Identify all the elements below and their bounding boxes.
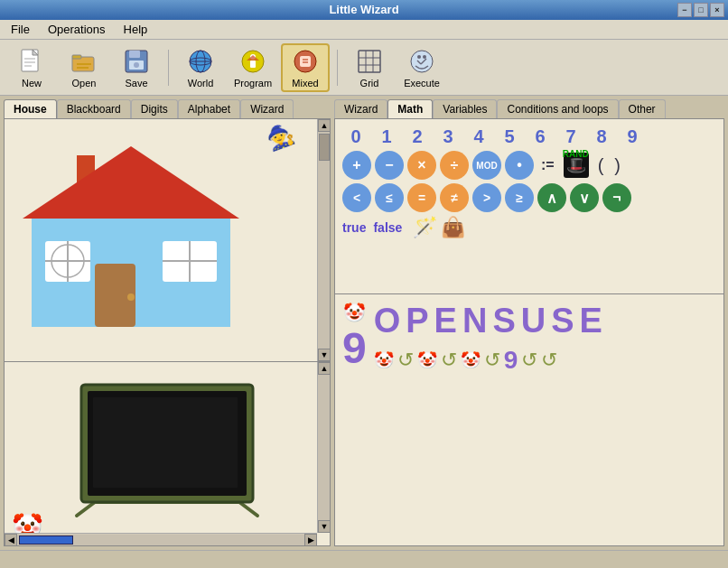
right-tab-bar: Wizard Math Variables Conditions and loo… — [334, 99, 724, 118]
bottom-content-area: 🤡 9 OPENSUSE 🤡 ↺ 🤡 ↺ 🤡 — [342, 302, 716, 375]
cmp-lte[interactable]: ≤ — [375, 183, 404, 212]
tab-blackboard[interactable]: Blackboard — [57, 99, 131, 118]
digit-7[interactable]: 7 — [557, 126, 584, 147]
digit-2[interactable]: 2 — [404, 126, 431, 147]
math-grid: 0 1 2 3 4 5 6 7 8 9 + − × ÷ MOD — [342, 126, 716, 239]
toolbar-new-label: New — [22, 78, 42, 88]
tab-alphabet[interactable]: Alphabet — [178, 99, 240, 118]
op-mod[interactable]: MOD — [472, 151, 501, 180]
cmp-gte[interactable]: ≥ — [505, 183, 534, 212]
digit-9[interactable]: 9 — [619, 126, 646, 147]
magic-wand-icon[interactable]: 🪄 — [413, 216, 437, 239]
tab-variables[interactable]: Variables — [433, 99, 497, 118]
tab-wizard-right[interactable]: Wizard — [334, 99, 387, 118]
arrow-right-3[interactable]: ↺ — [484, 349, 500, 372]
digit-1[interactable]: 1 — [373, 126, 400, 147]
op-divide[interactable]: ÷ — [440, 151, 469, 180]
tab-wizard[interactable]: Wizard — [240, 99, 294, 118]
bottom-left-content: 🤡 9 — [342, 302, 367, 370]
op-minus[interactable]: − — [375, 151, 404, 180]
toolbar-program-label: Program — [234, 78, 272, 88]
clown-2: 🤡 — [417, 350, 437, 370]
logic-or[interactable]: ∨ — [570, 183, 599, 212]
tab-digits[interactable]: Digits — [131, 99, 178, 118]
cmp-eq[interactable]: = — [407, 183, 436, 212]
toolbar-new[interactable]: New — [7, 43, 56, 92]
close-button[interactable]: × — [710, 3, 724, 17]
cmp-lt[interactable]: < — [342, 183, 371, 212]
house-image — [5, 119, 257, 327]
op-multiply[interactable]: × — [407, 151, 436, 180]
new-icon — [17, 47, 46, 76]
maximize-button[interactable]: □ — [694, 3, 708, 17]
titlebar: Little Wizard − □ × — [0, 0, 728, 20]
wizard-character: 🧙 — [263, 120, 297, 154]
hscroll-thumb[interactable] — [19, 535, 73, 545]
tab-other[interactable]: Other — [619, 99, 666, 118]
digit-6[interactable]: 6 — [527, 126, 554, 147]
menu-help[interactable]: Help — [117, 21, 155, 38]
menu-file[interactable]: File — [4, 21, 37, 38]
tab-house[interactable]: House — [4, 99, 57, 118]
toolbar-grid[interactable]: Grid — [345, 43, 394, 92]
toolbar-save[interactable]: Save — [112, 43, 161, 92]
op-dot[interactable]: • — [505, 151, 534, 180]
svg-rect-6 — [72, 55, 81, 59]
bottom-scroll-down[interactable]: ▼ — [318, 520, 331, 533]
right-panel: Wizard Math Variables Conditions and loo… — [334, 99, 724, 546]
bag-icon[interactable]: 👜 — [441, 216, 465, 239]
hscroll-left[interactable]: ◀ — [5, 534, 17, 546]
toolbar-open[interactable]: Open — [60, 43, 108, 92]
scroll-thumb[interactable] — [319, 134, 330, 161]
op-assign[interactable]: := — [537, 157, 558, 173]
digit-0[interactable]: 0 — [342, 126, 369, 147]
svg-rect-22 — [300, 56, 311, 67]
toolbar-program[interactable]: Program — [229, 43, 277, 92]
svg-point-39 — [127, 293, 135, 301]
main-area: House Blackboard Digits Alphabet Wizard … — [0, 96, 728, 550]
comparison-row: < ≤ = ≠ > ≥ ∧ ∨ ¬ — [342, 183, 716, 212]
scroll-down-button[interactable]: ▼ — [318, 349, 331, 361]
bottom-scroll-up[interactable]: ▲ — [318, 362, 331, 375]
world-icon — [186, 47, 215, 76]
menubar: File Operations Help — [0, 20, 728, 40]
arrow-right-2[interactable]: ↺ — [441, 349, 457, 372]
arrow-right-4[interactable]: ↺ — [521, 349, 537, 372]
toolbar-world[interactable]: World — [176, 43, 225, 92]
digit-5[interactable]: 5 — [496, 126, 523, 147]
toolbar-sep2 — [337, 50, 338, 86]
bottom-right-content: OPENSUSE 🤡 ↺ 🤡 ↺ 🤡 ↺ 9 ↺ ↺ — [374, 302, 608, 375]
toolbar-open-label: Open — [72, 78, 97, 88]
op-rand[interactable]: RAND 🎩 — [562, 151, 591, 180]
digit-4[interactable]: 4 — [465, 126, 492, 147]
hscroll-right[interactable]: ▶ — [304, 534, 317, 546]
scroll-up-button[interactable]: ▲ — [318, 119, 331, 132]
svg-marker-36 — [23, 146, 239, 219]
toolbar-execute[interactable]: Execute — [397, 43, 446, 92]
tab-conditions[interactable]: Conditions and loops — [497, 99, 618, 118]
bottom-hscrollbar: ◀ ▶ — [5, 533, 317, 545]
app-title: Little Wizard — [329, 3, 398, 16]
digit-3[interactable]: 3 — [434, 126, 462, 147]
arrow-right-5[interactable]: ↺ — [541, 349, 557, 372]
arrow-right-1[interactable]: ↺ — [397, 349, 414, 372]
bottom-big-9: 9 — [342, 327, 367, 370]
digit-8[interactable]: 8 — [588, 126, 615, 147]
bool-true[interactable]: true — [342, 220, 366, 235]
tab-math[interactable]: Math — [387, 99, 433, 118]
op-lparen[interactable]: ( — [594, 155, 608, 176]
minimize-button[interactable]: − — [677, 3, 692, 17]
menu-operations[interactable]: Operations — [41, 21, 113, 38]
logic-and[interactable]: ∧ — [537, 183, 566, 212]
cmp-neq[interactable]: ≠ — [440, 183, 469, 212]
logic-not[interactable]: ¬ — [602, 183, 631, 212]
mixed-icon — [291, 47, 320, 76]
toolbar-mixed[interactable]: Mixed — [281, 43, 330, 92]
cmp-gt[interactable]: > — [472, 183, 501, 212]
op-plus[interactable]: + — [342, 151, 371, 180]
bool-false[interactable]: false — [373, 220, 402, 235]
op-rparen[interactable]: ) — [611, 155, 624, 176]
clown-1: 🤡 — [374, 350, 394, 370]
right-bottom-panel: 🤡 9 OPENSUSE 🤡 ↺ 🤡 ↺ 🤡 — [334, 294, 724, 546]
opensuse-row: OPENSUSE — [374, 302, 608, 340]
